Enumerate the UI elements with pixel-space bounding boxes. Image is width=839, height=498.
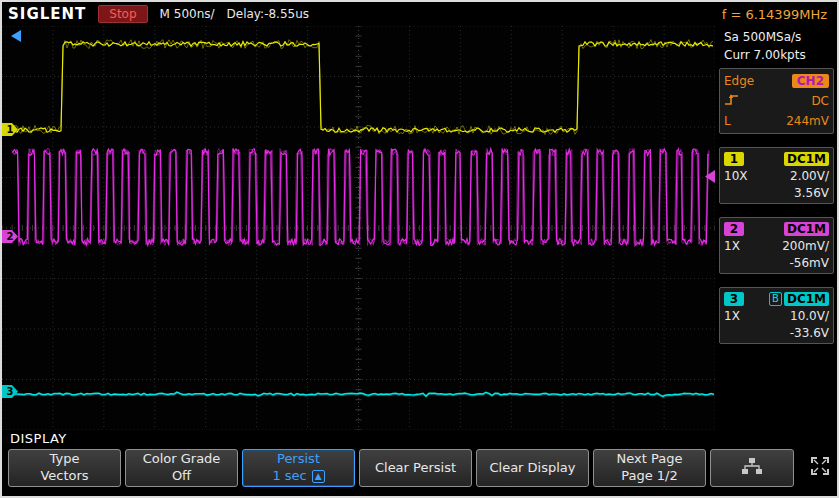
ch3-bandwidth-badge: B xyxy=(769,292,782,306)
softkey-menu: Type Vectors Color Grade Off Persist 1 s… xyxy=(2,447,837,492)
top-status-bar: SIGLENT Stop M 500ns/ Delay:-8.55us f = … xyxy=(2,2,837,26)
rising-edge-icon xyxy=(724,92,740,110)
type-button[interactable]: Type Vectors xyxy=(8,449,121,487)
ch2-number-badge: 2 xyxy=(724,222,744,236)
next-page-button[interactable]: Next Page Page 1/2 xyxy=(593,449,706,487)
utility-lan-button[interactable] xyxy=(710,449,794,487)
color-grade-button[interactable]: Color Grade Off xyxy=(125,449,238,487)
ch3-offset: -33.6V xyxy=(790,326,829,340)
delay-readout: Delay:-8.55us xyxy=(227,7,310,21)
trigger-level-value: 244mV xyxy=(786,114,829,128)
persist-button[interactable]: Persist 1 sec ▲ xyxy=(242,449,355,487)
ch1-probe-ratio: 10X xyxy=(724,169,748,183)
sample-rate-readout: Sa 500MSa/s xyxy=(719,28,834,46)
ch3-number-badge: 3 xyxy=(724,292,744,306)
ch2-probe-ratio: 1X xyxy=(724,239,740,253)
ch1-number-badge: 1 xyxy=(724,152,744,166)
menu-title: DISPLAY xyxy=(10,431,67,446)
trigger-panel[interactable]: Edge CH2 DC L 244mV xyxy=(719,68,834,134)
channel-2-panel[interactable]: 2 DC1M 1X 200mV/ -56mV xyxy=(719,217,834,274)
expand-icon[interactable] xyxy=(811,457,829,479)
trigger-type-label: Edge xyxy=(724,74,754,88)
oscilloscope-screen: SIGLENT Stop M 500ns/ Delay:-8.55us f = … xyxy=(0,0,839,498)
sidebar: Sa 500MSa/s Curr 7.00kpts Edge CH2 DC L … xyxy=(716,26,837,430)
trigger-coupling-label: DC xyxy=(811,94,829,108)
ch3-coupling-badge: DC1M xyxy=(784,292,829,306)
frequency-counter-readout: f = 6.14399MHz xyxy=(722,7,831,22)
trigger-level-label: L xyxy=(724,114,731,128)
timebase-readout: M 500ns/ xyxy=(160,7,215,21)
ch3-probe-ratio: 1X xyxy=(724,309,740,323)
channel-3-panel[interactable]: 3 B DC1M 1X 10.0V/ -33.6V xyxy=(719,287,834,344)
ch1-offset: 3.56V xyxy=(794,186,829,200)
clear-persist-button[interactable]: Clear Persist xyxy=(359,449,472,487)
memory-depth-readout: Curr 7.00kpts xyxy=(719,46,834,64)
brand-logo: SIGLENT xyxy=(8,5,86,23)
ch3-scale: 10.0V/ xyxy=(790,309,829,323)
lan-icon xyxy=(741,457,763,479)
ch2-offset: -56mV xyxy=(790,256,830,270)
ch1-scale: 2.00V/ xyxy=(790,169,829,183)
ch2-scale: 200mV/ xyxy=(782,239,829,253)
waveform-display xyxy=(2,26,715,430)
trigger-source-badge: CH2 xyxy=(792,74,829,88)
ch2-coupling-badge: DC1M xyxy=(784,222,829,236)
clear-display-button[interactable]: Clear Display xyxy=(476,449,589,487)
up-arrow-icon: ▲ xyxy=(312,470,325,483)
run-stop-status-badge[interactable]: Stop xyxy=(98,5,147,23)
channel-1-panel[interactable]: 1 DC1M 10X 2.00V/ 3.56V xyxy=(719,147,834,204)
ch1-coupling-badge: DC1M xyxy=(784,152,829,166)
